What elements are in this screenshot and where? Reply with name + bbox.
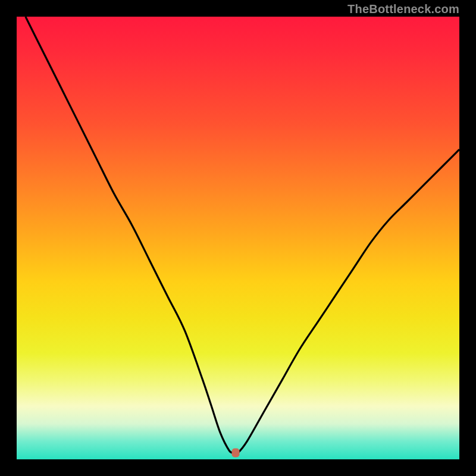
bottleneck-curve (17, 17, 459, 459)
chart-frame: TheBottleneck.com (0, 0, 476, 476)
curve-path (26, 17, 459, 453)
optimum-marker (232, 448, 240, 457)
watermark-text: TheBottleneck.com (347, 2, 459, 16)
plot-area (17, 17, 459, 459)
